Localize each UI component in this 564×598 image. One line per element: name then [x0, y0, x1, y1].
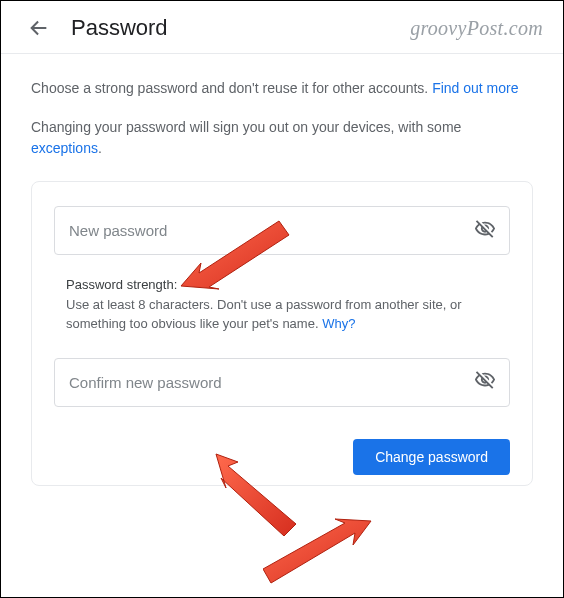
content: Choose a strong password and don't reuse… [1, 54, 563, 496]
password-strength-block: Password strength: Use at least 8 charac… [66, 277, 510, 334]
back-arrow-icon[interactable] [27, 16, 51, 40]
annotation-arrow-3 [263, 511, 383, 596]
password-strength-help: Use at least 8 characters. Don't use a p… [66, 296, 466, 334]
new-password-input[interactable] [54, 206, 510, 255]
visibility-off-icon[interactable] [474, 369, 496, 395]
signout-tail: . [98, 140, 102, 156]
signout-text: Changing your password will sign you out… [31, 117, 533, 159]
watermark: groovyPost.com [410, 17, 543, 40]
why-link[interactable]: Why? [322, 316, 355, 331]
svg-marker-3 [263, 519, 371, 583]
password-strength-label: Password strength: [66, 277, 510, 292]
confirm-password-wrap [54, 358, 510, 407]
password-card: Password strength: Use at least 8 charac… [31, 181, 533, 486]
visibility-off-icon[interactable] [474, 218, 496, 244]
new-password-wrap [54, 206, 510, 255]
header: Password groovyPost.com [1, 1, 563, 54]
change-password-button[interactable]: Change password [353, 439, 510, 475]
exceptions-link[interactable]: exceptions [31, 140, 98, 156]
intro-main: Choose a strong password and don't reuse… [31, 80, 432, 96]
find-out-more-link[interactable]: Find out more [432, 80, 518, 96]
actions-row: Change password [54, 429, 510, 475]
intro-text: Choose a strong password and don't reuse… [31, 78, 533, 99]
signout-main: Changing your password will sign you out… [31, 119, 461, 135]
confirm-password-input[interactable] [54, 358, 510, 407]
password-strength-text: Use at least 8 characters. Don't use a p… [66, 297, 462, 331]
header-left: Password [27, 15, 168, 41]
page-title: Password [71, 15, 168, 41]
